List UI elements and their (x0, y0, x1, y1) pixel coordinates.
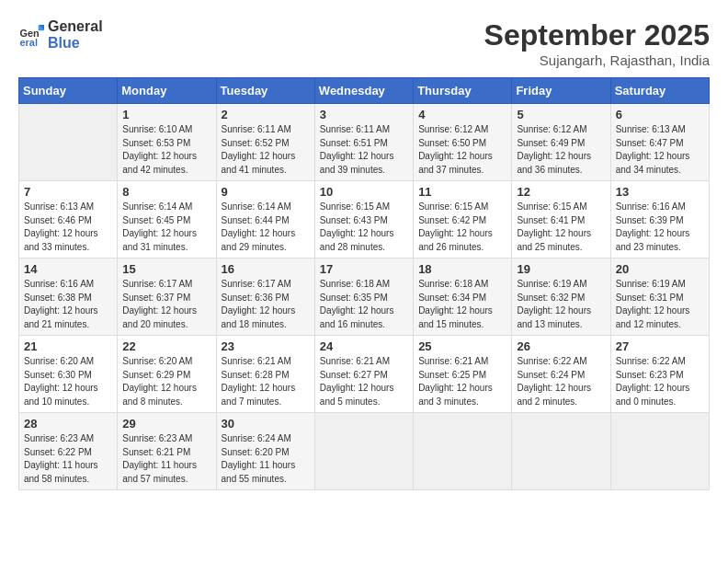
table-row: 17Sunrise: 6:18 AM Sunset: 6:35 PM Dayli… (314, 259, 413, 336)
table-row: 16Sunrise: 6:17 AM Sunset: 6:36 PM Dayli… (216, 259, 314, 336)
day-number: 1 (122, 108, 210, 121)
day-info: Sunrise: 6:20 AM Sunset: 6:30 PM Dayligh… (24, 355, 112, 408)
table-row: 10Sunrise: 6:15 AM Sunset: 6:43 PM Dayli… (314, 181, 413, 259)
day-number: 27 (616, 339, 704, 353)
day-number: 20 (616, 262, 704, 276)
table-row: 24Sunrise: 6:21 AM Sunset: 6:27 PM Dayli… (314, 336, 413, 413)
table-row: 18Sunrise: 6:18 AM Sunset: 6:34 PM Dayli… (414, 259, 512, 336)
day-number: 7 (24, 185, 112, 199)
day-number: 25 (418, 339, 506, 353)
day-info: Sunrise: 6:19 AM Sunset: 6:31 PM Dayligh… (616, 278, 704, 331)
table-row: 30Sunrise: 6:24 AM Sunset: 6:20 PM Dayli… (216, 413, 314, 490)
day-number: 2 (222, 108, 310, 121)
day-number: 9 (222, 185, 310, 199)
day-number: 15 (122, 262, 210, 276)
day-info: Sunrise: 6:22 AM Sunset: 6:24 PM Dayligh… (517, 355, 605, 408)
day-info: Sunrise: 6:17 AM Sunset: 6:37 PM Dayligh… (122, 278, 210, 331)
day-info: Sunrise: 6:19 AM Sunset: 6:32 PM Dayligh… (517, 278, 605, 331)
logo-text-general: General (48, 18, 103, 35)
day-info: Sunrise: 6:21 AM Sunset: 6:28 PM Dayligh… (222, 355, 310, 408)
day-number: 14 (24, 262, 112, 276)
day-info: Sunrise: 6:23 AM Sunset: 6:21 PM Dayligh… (122, 432, 210, 486)
day-number: 10 (320, 185, 408, 199)
table-row (414, 413, 512, 490)
calendar-week-row: 7Sunrise: 6:13 AM Sunset: 6:46 PM Daylig… (19, 181, 710, 259)
table-row: 1Sunrise: 6:10 AM Sunset: 6:53 PM Daylig… (118, 104, 216, 181)
table-row: 11Sunrise: 6:15 AM Sunset: 6:42 PM Dayli… (414, 181, 512, 259)
day-number: 6 (616, 108, 704, 121)
day-number: 28 (24, 417, 112, 431)
header-monday: Monday (118, 78, 216, 104)
day-info: Sunrise: 6:21 AM Sunset: 6:25 PM Dayligh… (418, 355, 506, 408)
day-info: Sunrise: 6:15 AM Sunset: 6:42 PM Dayligh… (418, 201, 506, 254)
day-number: 12 (517, 185, 605, 199)
day-number: 26 (517, 339, 605, 353)
day-number: 21 (24, 339, 112, 353)
table-row (19, 104, 118, 181)
header-sunday: Sunday (19, 78, 118, 104)
day-number: 19 (517, 262, 605, 276)
day-info: Sunrise: 6:15 AM Sunset: 6:41 PM Dayligh… (517, 201, 605, 254)
day-number: 17 (320, 262, 408, 276)
calendar-week-row: 28Sunrise: 6:23 AM Sunset: 6:22 PM Dayli… (19, 413, 710, 490)
day-info: Sunrise: 6:14 AM Sunset: 6:45 PM Dayligh… (122, 201, 210, 254)
table-row: 13Sunrise: 6:16 AM Sunset: 6:39 PM Dayli… (610, 181, 709, 259)
table-row: 26Sunrise: 6:22 AM Sunset: 6:24 PM Dayli… (512, 336, 610, 413)
table-row: 21Sunrise: 6:20 AM Sunset: 6:30 PM Dayli… (19, 336, 118, 413)
page-header: Gen eral General Blue September 2025 Suj… (18, 18, 710, 68)
table-row: 20Sunrise: 6:19 AM Sunset: 6:31 PM Dayli… (610, 259, 709, 336)
day-info: Sunrise: 6:16 AM Sunset: 6:39 PM Dayligh… (616, 201, 704, 254)
day-info: Sunrise: 6:15 AM Sunset: 6:43 PM Dayligh… (320, 201, 408, 254)
day-number: 13 (616, 185, 704, 199)
table-row: 28Sunrise: 6:23 AM Sunset: 6:22 PM Dayli… (19, 413, 118, 490)
header-wednesday: Wednesday (314, 78, 413, 104)
header-thursday: Thursday (414, 78, 512, 104)
table-row: 5Sunrise: 6:12 AM Sunset: 6:49 PM Daylig… (512, 104, 610, 181)
table-row: 22Sunrise: 6:20 AM Sunset: 6:29 PM Dayli… (118, 336, 216, 413)
location-subtitle: Sujangarh, Rajasthan, India (484, 52, 710, 68)
header-friday: Friday (512, 78, 610, 104)
title-block: September 2025 Sujangarh, Rajasthan, Ind… (484, 18, 710, 68)
table-row: 14Sunrise: 6:16 AM Sunset: 6:38 PM Dayli… (19, 259, 118, 336)
calendar-table: Sunday Monday Tuesday Wednesday Thursday… (18, 77, 710, 490)
table-row (610, 413, 709, 490)
day-info: Sunrise: 6:16 AM Sunset: 6:38 PM Dayligh… (24, 278, 112, 331)
day-info: Sunrise: 6:10 AM Sunset: 6:53 PM Dayligh… (122, 123, 210, 177)
day-info: Sunrise: 6:22 AM Sunset: 6:23 PM Dayligh… (616, 355, 704, 408)
day-number: 30 (222, 417, 310, 431)
table-row: 23Sunrise: 6:21 AM Sunset: 6:28 PM Dayli… (216, 336, 314, 413)
day-info: Sunrise: 6:11 AM Sunset: 6:52 PM Dayligh… (222, 123, 310, 177)
table-row: 25Sunrise: 6:21 AM Sunset: 6:25 PM Dayli… (414, 336, 512, 413)
day-info: Sunrise: 6:23 AM Sunset: 6:22 PM Dayligh… (24, 432, 112, 486)
day-number: 23 (222, 339, 310, 353)
day-number: 3 (320, 108, 408, 121)
table-row: 19Sunrise: 6:19 AM Sunset: 6:32 PM Dayli… (512, 259, 610, 336)
calendar-week-row: 1Sunrise: 6:10 AM Sunset: 6:53 PM Daylig… (19, 104, 710, 181)
day-number: 29 (122, 417, 210, 431)
table-row: 12Sunrise: 6:15 AM Sunset: 6:41 PM Dayli… (512, 181, 610, 259)
day-info: Sunrise: 6:14 AM Sunset: 6:44 PM Dayligh… (222, 201, 310, 254)
day-info: Sunrise: 6:24 AM Sunset: 6:20 PM Dayligh… (222, 432, 310, 486)
table-row: 3Sunrise: 6:11 AM Sunset: 6:51 PM Daylig… (314, 104, 413, 181)
day-info: Sunrise: 6:11 AM Sunset: 6:51 PM Dayligh… (320, 123, 408, 177)
month-title: September 2025 (484, 18, 710, 52)
day-info: Sunrise: 6:21 AM Sunset: 6:27 PM Dayligh… (320, 355, 408, 408)
table-row: 29Sunrise: 6:23 AM Sunset: 6:21 PM Dayli… (118, 413, 216, 490)
logo-text-blue: Blue (48, 35, 103, 52)
day-number: 11 (418, 185, 506, 199)
day-number: 16 (222, 262, 310, 276)
day-number: 24 (320, 339, 408, 353)
day-info: Sunrise: 6:13 AM Sunset: 6:47 PM Dayligh… (616, 123, 704, 177)
day-number: 18 (418, 262, 506, 276)
logo-icon: Gen eral (18, 22, 44, 48)
header-tuesday: Tuesday (216, 78, 314, 104)
day-number: 4 (418, 108, 506, 121)
table-row: 8Sunrise: 6:14 AM Sunset: 6:45 PM Daylig… (118, 181, 216, 259)
day-number: 22 (122, 339, 210, 353)
day-number: 5 (517, 108, 605, 121)
day-info: Sunrise: 6:12 AM Sunset: 6:49 PM Dayligh… (517, 123, 605, 177)
calendar-header-row: Sunday Monday Tuesday Wednesday Thursday… (19, 78, 710, 104)
table-row: 6Sunrise: 6:13 AM Sunset: 6:47 PM Daylig… (610, 104, 709, 181)
calendar-week-row: 21Sunrise: 6:20 AM Sunset: 6:30 PM Dayli… (19, 336, 710, 413)
logo: Gen eral General Blue (18, 18, 103, 51)
